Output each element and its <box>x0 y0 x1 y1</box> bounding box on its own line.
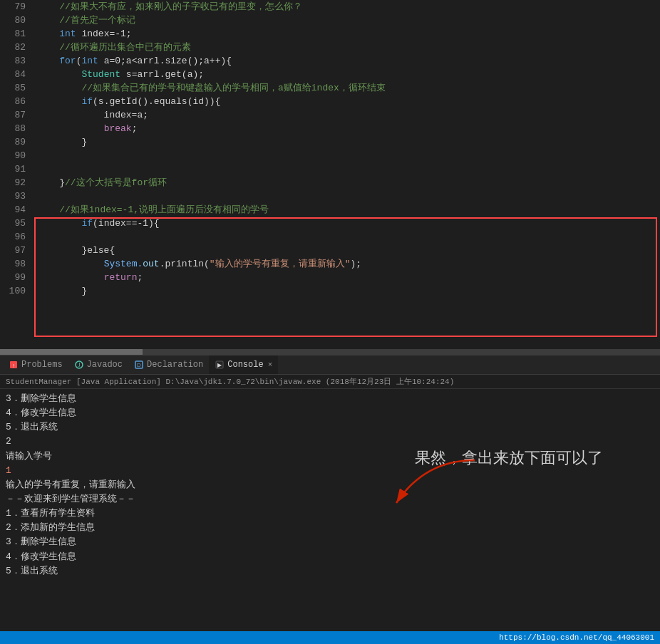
code-content: 79 //如果大不有应，如来刚入的子字收已有的里变，怎么你？80 //首先定一个… <box>0 0 660 298</box>
console-line: 3．删除学生信息 <box>6 535 654 549</box>
line-number: 89 <box>0 135 34 149</box>
console-line: 4．修改学生信息 <box>6 406 654 420</box>
line-content: if(index==-1){ <box>34 217 660 230</box>
code-line: 82 //循环遍历出集合中已有的元素 <box>0 41 660 54</box>
line-number: 100 <box>0 284 34 298</box>
console-area: StudentManager [Java Application] D:\Jav… <box>0 375 660 631</box>
annotation-arrow <box>382 457 482 514</box>
line-content: return; <box>34 271 660 284</box>
line-number: 83 <box>0 54 34 68</box>
tab-icon-declaration: D <box>134 360 144 370</box>
code-line: 91 <box>0 162 660 176</box>
code-line: 79 //如果大不有应，如来刚入的子字收已有的里变，怎么你？ <box>0 0 660 14</box>
line-number: 91 <box>0 162 34 176</box>
console-lines: 3．删除学生信息4．修改学生信息5．退出系统2请输入学号1输入的学号有重复，请重… <box>6 392 654 578</box>
svg-text:J: J <box>78 362 80 368</box>
tab-icon-problems: ! <box>9 360 19 370</box>
line-number: 85 <box>0 81 34 95</box>
line-content: //如果大不有应，如来刚入的子字收已有的里变，怎么你？ <box>34 0 660 14</box>
line-content: } <box>34 135 660 149</box>
line-content: //循环遍历出集合中已有的元素 <box>34 41 660 54</box>
console-content: 3．删除学生信息4．修改学生信息5．退出系统2请输入学号1输入的学号有重复，请重… <box>0 389 660 631</box>
console-line: 5．退出系统 <box>6 420 654 435</box>
code-line: 94 //如果index=-1,说明上面遍历后没有相同的学号 <box>0 203 660 217</box>
line-content: if(s.getId().equals(id)){ <box>34 95 660 108</box>
code-line: 93 <box>0 189 660 203</box>
tab-problems[interactable]: !Problems <box>3 355 68 374</box>
tab-declaration[interactable]: DDeclaration <box>128 355 209 374</box>
code-line: 100 } <box>0 284 660 298</box>
code-editor: 79 //如果大不有应，如来刚入的子字收已有的里变，怎么你？80 //首先定一个… <box>0 0 660 349</box>
tab-javadoc[interactable]: JJavadoc <box>68 355 128 374</box>
code-line: 86 if(s.getId().equals(id)){ <box>0 95 660 108</box>
line-content: }//这个大括号是for循环 <box>34 176 660 189</box>
code-line: 84 Student s=arrl.get(a); <box>0 68 660 81</box>
console-line: 4．修改学生信息 <box>6 550 654 564</box>
line-number: 80 <box>0 14 34 27</box>
code-line: 95 if(index==-1){ <box>0 217 660 230</box>
line-content: for(int a=0;a<arrl.size();a++){ <box>34 54 660 68</box>
line-number: 79 <box>0 0 34 14</box>
svg-text:D: D <box>137 362 141 368</box>
code-line: 85 //如果集合已有的学号和键盘输入的学号相同，a赋值给index，循环结束 <box>0 81 660 95</box>
tab-label-declaration: Declaration <box>147 360 203 370</box>
console-line: 5．退出系统 <box>6 564 654 578</box>
line-content: //如果集合已有的学号和键盘输入的学号相同，a赋值给index，循环结束 <box>34 81 660 95</box>
tab-console[interactable]: ▶Console× <box>209 355 278 374</box>
editor-scrollbar[interactable] <box>0 349 660 355</box>
svg-text:!: ! <box>13 363 14 369</box>
svg-text:▶: ▶ <box>217 362 222 368</box>
code-line: 96 <box>0 230 660 244</box>
tab-bar: !ProblemsJJavadocDDeclaration▶Console× <box>0 355 660 375</box>
line-number: 98 <box>0 257 34 271</box>
code-line: 80 //首先定一个标记 <box>0 14 660 27</box>
code-line: 97 }else{ <box>0 244 660 257</box>
code-line: 92 }//这个大括号是for循环 <box>0 176 660 189</box>
tab-label-javadoc: Javadoc <box>87 360 123 370</box>
line-number: 88 <box>0 122 34 135</box>
line-number: 87 <box>0 108 34 122</box>
code-line: 90 <box>0 149 660 162</box>
line-content: }else{ <box>34 244 660 257</box>
tab-label-problems: Problems <box>21 360 63 370</box>
status-bar: https://blog.csdn.net/qq_44063001 <box>0 631 660 644</box>
tab-icon-console: ▶ <box>215 360 225 370</box>
console-header: StudentManager [Java Application] D:\Jav… <box>0 375 660 389</box>
tab-label-console: Console <box>227 360 263 370</box>
line-content: //如果index=-1,说明上面遍历后没有相同的学号 <box>34 203 660 217</box>
scrollbar-thumb[interactable] <box>0 349 143 355</box>
console-line: 2．添加新的学生信息 <box>6 521 654 535</box>
line-content: break; <box>34 122 660 135</box>
console-line: －－欢迎来到学生管理系统－－ <box>6 492 654 507</box>
code-line: 89 } <box>0 135 660 149</box>
line-number: 96 <box>0 230 34 244</box>
line-number: 82 <box>0 41 34 54</box>
line-number: 99 <box>0 271 34 284</box>
line-content: //首先定一个标记 <box>34 14 660 27</box>
line-number: 94 <box>0 203 34 217</box>
line-number: 97 <box>0 244 34 257</box>
console-line: 3．删除学生信息 <box>6 392 654 406</box>
line-number: 93 <box>0 189 34 203</box>
code-line: 98 System.out.println("输入的学号有重复，请重新输入"); <box>0 257 660 271</box>
console-line: 输入的学号有重复，请重新输入 <box>6 478 654 492</box>
code-line: 81 int index=-1; <box>0 27 660 41</box>
line-number: 90 <box>0 149 34 162</box>
code-line: 83 for(int a=0;a<arrl.size();a++){ <box>0 54 660 68</box>
line-content: int index=-1; <box>34 27 660 41</box>
console-line: 1．查看所有学生资料 <box>6 507 654 521</box>
tab-close-console[interactable]: × <box>268 360 273 369</box>
line-number: 84 <box>0 68 34 81</box>
code-line: 88 break; <box>0 122 660 135</box>
line-content: Student s=arrl.get(a); <box>34 68 660 81</box>
line-content: System.out.println("输入的学号有重复，请重新输入"); <box>34 257 660 271</box>
line-content: } <box>34 284 660 298</box>
code-line: 87 index=a; <box>0 108 660 122</box>
line-content: index=a; <box>34 108 660 122</box>
status-url: https://blog.csdn.net/qq_44063001 <box>499 633 654 642</box>
line-number: 92 <box>0 176 34 189</box>
code-line: 99 return; <box>0 271 660 284</box>
line-number: 81 <box>0 27 34 41</box>
line-number: 95 <box>0 217 34 230</box>
tab-icon-javadoc: J <box>74 360 84 370</box>
